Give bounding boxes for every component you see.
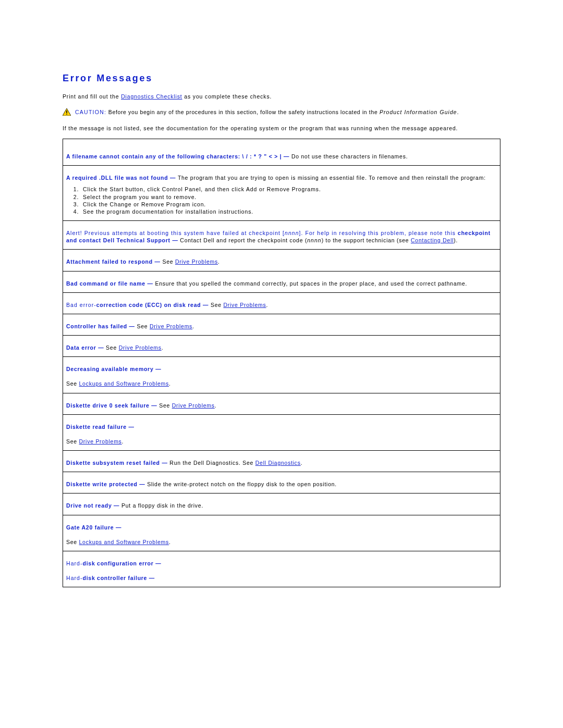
table-row: A filename cannot contain any of the fol… (63, 139, 500, 166)
lockups-link[interactable]: Lockups and Software Problems (79, 539, 169, 545)
msg-post: . (192, 323, 194, 329)
msg-post: . (218, 258, 220, 265)
list-item: See the program documentation for instal… (81, 208, 497, 215)
msg-body: Put a floppy disk in the drive. (121, 502, 203, 509)
not-listed-note: If the message is not listed, see the do… (63, 125, 500, 131)
table-row: Diskette write protected — Slide the wri… (63, 472, 500, 493)
msg-head: Controller has failed — (66, 323, 137, 329)
diagnostics-checklist-link[interactable]: Diagnostics Checklist (121, 93, 182, 100)
table-row: Bad command or file name — Ensure that y… (63, 271, 500, 292)
drive-problems-link[interactable]: Drive Problems (223, 302, 266, 308)
drive-problems-link[interactable]: Drive Problems (175, 258, 218, 265)
table-row: A required .DLL file was not found — The… (63, 166, 500, 221)
msg-head: disk controller failure — (83, 575, 155, 581)
drive-problems-link[interactable]: Drive Problems (150, 323, 192, 329)
table-row: Diskette read failure — See Drive Proble… (63, 414, 500, 450)
table-row: Decreasing available memory — See Lockup… (63, 357, 500, 393)
msg-see: See (66, 539, 79, 545)
msg-post: . (215, 402, 217, 409)
msg-head-plain: Hard- (66, 560, 83, 566)
msg-head-plain: Bad error- (66, 302, 96, 308)
dll-steps: Click the Start button, click Control Pa… (66, 186, 497, 215)
msg-body: Run the Dell Diagnostics. See (169, 460, 255, 466)
drive-problems-link[interactable]: Drive Problems (79, 438, 122, 445)
page-title: Error Messages (63, 73, 500, 84)
msg-extra: See Lockups and Software Problems. (66, 538, 497, 546)
contacting-dell-link[interactable]: Contacting Dell (411, 237, 454, 243)
msg-body: Contact Dell and report the checkpoint c… (180, 237, 307, 243)
msg-post: . (122, 438, 124, 445)
msg-head: Data error — (66, 344, 106, 351)
msg-head: A filename cannot contain any of the fol… (66, 153, 291, 159)
table-row: Drive not ready — Put a floppy disk in t… (63, 493, 500, 515)
msg-extra: Hard-disk controller failure — (66, 574, 497, 582)
msg-head-italic: nnnn (285, 230, 299, 236)
msg-body: ). (454, 237, 458, 243)
list-item: Select the program you want to remove. (81, 193, 497, 201)
msg-head: Drive not ready — (66, 502, 121, 509)
caution-body-2: . (457, 109, 459, 115)
msg-head: Diskette read failure — (66, 424, 134, 430)
msg-body: Do not use these characters in filenames… (291, 153, 408, 159)
msg-extra: See Lockups and Software Problems. (66, 380, 497, 387)
msg-see: See (159, 402, 172, 409)
msg-post: . (169, 380, 171, 387)
msg-head: disk configuration error — (83, 560, 162, 566)
msg-head: Attachment failed to respond — (66, 258, 162, 265)
table-row: Alert! Previous attempts at booting this… (63, 221, 500, 250)
msg-head: A required .DLL file was not found — (66, 175, 178, 181)
table-row: Controller has failed — See Drive Proble… (63, 314, 500, 335)
intro-pre: Print and fill out the (63, 93, 121, 100)
table-row: Attachment failed to respond — See Drive… (63, 250, 500, 271)
table-row: Gate A20 failure — See Lockups and Softw… (63, 515, 500, 551)
table-row: Bad error-correction code (ECC) on disk … (63, 292, 500, 314)
lockups-link[interactable]: Lockups and Software Problems (79, 380, 169, 387)
msg-see: See (137, 323, 150, 329)
msg-head: correction code (ECC) on disk read — (96, 302, 211, 308)
drive-problems-link[interactable]: Drive Problems (119, 344, 162, 351)
msg-body: Slide the write-protect notch on the flo… (147, 481, 337, 487)
msg-body: The program that you are trying to open … (178, 175, 486, 181)
msg-post: . (162, 344, 164, 351)
msg-post: . (169, 539, 171, 545)
msg-head: Diskette drive 0 seek failure — (66, 402, 159, 409)
msg-see: See (211, 302, 224, 308)
msg-head: Diskette write protected — (66, 481, 147, 487)
msg-see: See (66, 380, 79, 387)
intro-paragraph: Print and fill out the Diagnostics Check… (63, 93, 500, 100)
error-messages-table: A filename cannot contain any of the fol… (63, 139, 500, 587)
caution-body-1: Before you begin any of the procedures i… (106, 109, 380, 115)
msg-head: Decreasing available memory — (66, 366, 161, 372)
msg-post: . (301, 460, 303, 466)
msg-body-italic: nnnn (307, 237, 322, 243)
msg-head: Gate A20 failure — (66, 524, 121, 530)
caution-italic: Product Information Guide (380, 109, 457, 115)
msg-head-plain: ]. For help in resolving this problem, p… (299, 230, 458, 236)
dell-diagnostics-link[interactable]: Dell Diagnostics (255, 460, 301, 466)
table-row: Data error — See Drive Problems. (63, 336, 500, 357)
msg-see: See (106, 344, 119, 351)
caution-text: CAUTION: Before you begin any of the pro… (75, 109, 459, 115)
msg-see: See (162, 258, 175, 265)
table-row: Diskette subsystem reset failed — Run th… (63, 451, 500, 472)
msg-post: . (266, 302, 268, 308)
table-row: Diskette drive 0 seek failure — See Driv… (63, 393, 500, 414)
svg-rect-1 (66, 110, 67, 113)
msg-see: See (66, 438, 79, 445)
svg-rect-2 (66, 114, 67, 115)
msg-body: ) to the support technician (see (322, 237, 411, 243)
drive-problems-link[interactable]: Drive Problems (172, 402, 215, 409)
msg-head: Bad command or file name — (66, 280, 155, 287)
caution-label: CAUTION: (75, 109, 106, 115)
msg-head: Diskette subsystem reset failed — (66, 460, 169, 466)
table-row: Hard-disk configuration error — Hard-dis… (63, 551, 500, 587)
msg-head-plain: Alert! Previous attempts at booting this… (66, 230, 285, 236)
list-item: Click the Change or Remove Program icon. (81, 201, 497, 208)
caution-notice: CAUTION: Before you begin any of the pro… (63, 109, 500, 117)
msg-head-plain: Hard- (66, 575, 83, 581)
page-content: Error Messages Print and fill out the Di… (0, 0, 563, 608)
msg-extra: See Drive Problems. (66, 438, 497, 445)
intro-post: as you complete these checks. (182, 93, 272, 100)
list-item: Click the Start button, click Control Pa… (81, 186, 497, 193)
caution-icon (63, 108, 71, 117)
